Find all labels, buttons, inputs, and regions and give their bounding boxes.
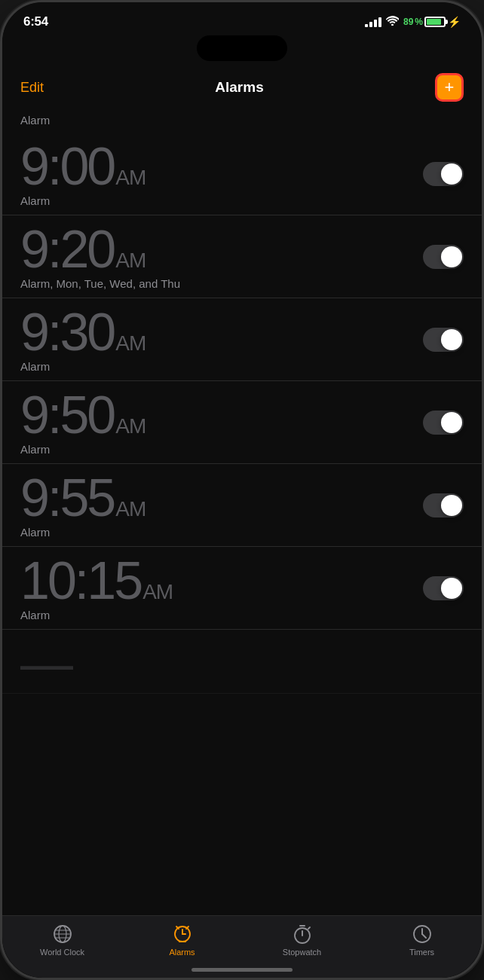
charging-icon: ⚡ <box>448 16 461 28</box>
alarm-ampm: AM <box>115 414 146 438</box>
tab-stopwatch[interactable]: Stopwatch <box>276 924 329 957</box>
alarm-label: Alarm <box>20 194 423 207</box>
alarm-time: 9:55 <box>20 472 114 524</box>
tab-timers[interactable]: Timers <box>396 924 449 957</box>
alarm-time: 9:30 <box>20 306 114 359</box>
svg-line-17 <box>422 934 426 938</box>
home-indicator <box>191 968 293 972</box>
alarm-ampm: AM <box>115 166 146 190</box>
alarm-item[interactable]: 9:30 AM Alarm <box>2 298 482 381</box>
status-bar: 6:54 89 % <box>2 2 482 35</box>
alarm-toggle[interactable] <box>423 162 464 186</box>
alarm-toggle[interactable] <box>423 245 464 269</box>
alarm-toggle[interactable] <box>423 576 464 600</box>
battery-icon <box>424 17 446 27</box>
alarm-list: Alarm 9:00 AM Alarm 9:20 <box>2 108 482 915</box>
alarm-info: 9:50 AM Alarm <box>20 389 423 456</box>
alarm-ampm: AM <box>142 580 173 604</box>
alarm-item[interactable]: 9:00 AM Alarm <box>2 133 482 215</box>
stopwatch-icon <box>292 924 313 945</box>
status-right: 89 % ⚡ <box>365 16 461 28</box>
alarm-label: Alarm <box>20 526 423 539</box>
alarm-ampm: AM <box>115 331 146 356</box>
tab-world-clock-label: World Clock <box>40 948 84 957</box>
page-title: Alarms <box>215 79 263 96</box>
battery-indicator: 89 % ⚡ <box>403 16 461 28</box>
tab-stopwatch-label: Stopwatch <box>283 948 321 957</box>
svg-line-14 <box>308 927 310 929</box>
alarm-section-label: Alarm <box>2 111 482 133</box>
alarm-time: 9:20 <box>20 223 114 276</box>
dynamic-island <box>197 35 287 61</box>
edit-button[interactable]: Edit <box>20 80 44 96</box>
alarm-item-partial: — <box>2 630 482 694</box>
tab-world-clock[interactable]: World Clock <box>36 924 89 957</box>
alarm-info: 9:00 AM Alarm <box>20 140 423 207</box>
battery-percent: 89 <box>403 17 413 27</box>
alarm-info: 10:15 AM Alarm <box>20 554 423 621</box>
alarm-toggle[interactable] <box>423 411 464 435</box>
nav-header: Edit Alarms + <box>2 64 482 108</box>
alarm-info: 9:20 AM Alarm, Mon, Tue, Wed, and Thu <box>20 223 423 290</box>
alarm-item[interactable]: 9:50 AM Alarm <box>2 381 482 464</box>
alarms-icon <box>172 924 193 945</box>
tab-alarms[interactable]: Alarms <box>156 924 209 957</box>
screen: 6:54 89 % <box>2 2 482 978</box>
alarm-label: Alarm, Mon, Tue, Wed, and Thu <box>20 277 423 290</box>
tab-alarms-label: Alarms <box>169 948 195 957</box>
timers-icon <box>412 924 433 945</box>
alarm-ampm: AM <box>115 249 146 273</box>
alarm-ampm: AM <box>115 497 146 521</box>
add-alarm-button[interactable]: + <box>435 73 464 102</box>
alarm-info: 9:30 AM Alarm <box>20 306 423 373</box>
alarm-item[interactable]: 10:15 AM Alarm <box>2 547 482 630</box>
alarm-toggle[interactable] <box>423 493 464 517</box>
alarm-time: 9:50 <box>20 389 114 441</box>
alarm-item[interactable]: 9:20 AM Alarm, Mon, Tue, Wed, and Thu <box>2 215 482 298</box>
alarm-item[interactable]: 9:55 AM Alarm <box>2 464 482 547</box>
wifi-icon <box>386 16 399 28</box>
alarm-label: Alarm <box>20 609 423 621</box>
alarm-time: 9:00 <box>20 140 114 193</box>
alarm-label: Alarm <box>20 443 423 456</box>
alarm-label: Alarm <box>20 360 423 373</box>
status-time: 6:54 <box>23 14 48 29</box>
alarm-toggle[interactable] <box>423 328 464 352</box>
tab-timers-label: Timers <box>409 948 434 957</box>
world-clock-icon <box>52 924 73 945</box>
phone-frame: 6:54 89 % <box>0 0 484 980</box>
signal-icon <box>365 17 381 27</box>
alarm-time: 10:15 <box>20 554 141 607</box>
alarm-info: 9:55 AM Alarm <box>20 472 423 539</box>
